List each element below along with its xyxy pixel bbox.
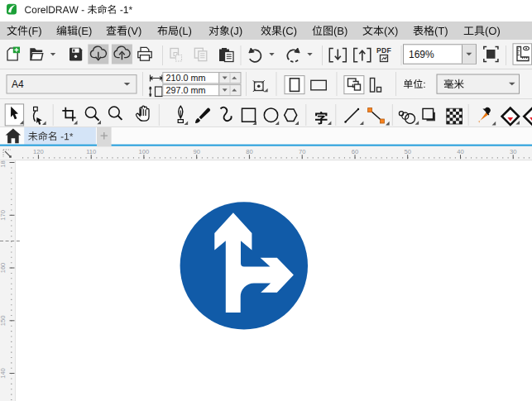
svg-text:169%: 169% bbox=[409, 49, 434, 60]
svg-text:150: 150 bbox=[0, 315, 7, 326]
svg-text:140: 140 bbox=[0, 368, 7, 379]
svg-text:160: 160 bbox=[0, 263, 7, 274]
svg-text:100: 100 bbox=[139, 148, 150, 155]
svg-text:110: 110 bbox=[86, 148, 96, 155]
svg-text:40: 40 bbox=[457, 148, 463, 155]
svg-text:170: 170 bbox=[0, 210, 7, 221]
svg-text:120: 120 bbox=[33, 148, 44, 155]
svg-text:90: 90 bbox=[193, 148, 199, 155]
svg-text:50: 50 bbox=[404, 148, 410, 155]
svg-text:297.0 mm: 297.0 mm bbox=[166, 85, 206, 95]
svg-text:PDF: PDF bbox=[376, 46, 391, 55]
svg-text:30: 30 bbox=[510, 148, 516, 155]
svg-text:80: 80 bbox=[246, 148, 252, 155]
svg-text:210.0 mm: 210.0 mm bbox=[166, 73, 206, 83]
svg-text:60: 60 bbox=[352, 148, 358, 155]
svg-text:70: 70 bbox=[299, 148, 305, 155]
svg-text:A4: A4 bbox=[12, 79, 24, 90]
